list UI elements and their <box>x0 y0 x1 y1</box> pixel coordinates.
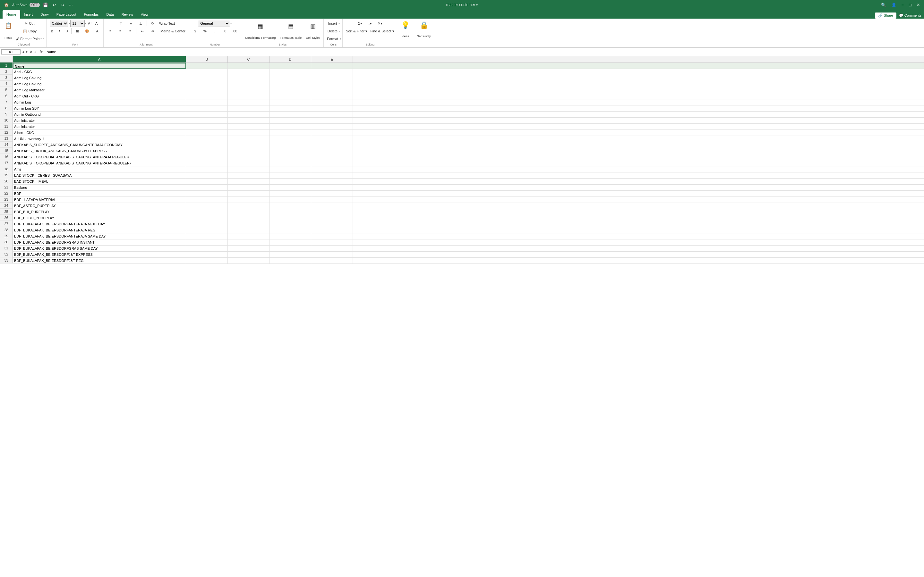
cell-r23-cB[interactable] <box>186 197 228 203</box>
decrease-font-button[interactable]: A⁻ <box>94 20 101 27</box>
cut-button[interactable]: ✂ Cut <box>15 20 45 27</box>
cell-r1-cA[interactable]: Name <box>13 63 186 69</box>
cell-r32-cE[interactable] <box>311 251 353 258</box>
cell-r33-cB[interactable] <box>186 258 228 263</box>
cell-r11-cE[interactable] <box>311 124 353 129</box>
cell-reference-input[interactable] <box>1 49 21 55</box>
cell-r30-cD[interactable] <box>270 239 311 245</box>
cell-r16-cE[interactable] <box>311 154 353 160</box>
tab-insert[interactable]: Insert <box>20 10 37 19</box>
clear-button[interactable]: ✕▾ <box>375 20 384 27</box>
cell-r9-cA[interactable]: Admin Outbound <box>13 111 186 117</box>
cell-r15-cE[interactable] <box>311 148 353 154</box>
customize-icon[interactable]: ⋯ <box>67 2 74 8</box>
decrease-decimal-button[interactable]: .0 <box>220 27 230 35</box>
cell-r3-cE[interactable] <box>311 75 353 81</box>
cell-r26-cA[interactable]: BDF_BLIBLI_PUREPLAY <box>13 215 186 221</box>
sensitivity-button[interactable]: 🔒 Sensitivity <box>415 20 433 39</box>
cell-r14-cC[interactable] <box>228 142 270 148</box>
cell-r31-cC[interactable] <box>228 245 270 251</box>
align-top-button[interactable]: ⊤ <box>116 20 126 27</box>
format-button[interactable]: Format <box>326 35 339 42</box>
cell-r4-cD[interactable] <box>270 81 311 87</box>
cell-r26-cB[interactable] <box>186 215 228 221</box>
fill-button[interactable]: ↓▾ <box>365 20 375 27</box>
row-number-7[interactable]: 7 <box>0 99 13 105</box>
cell-r13-cC[interactable] <box>228 136 270 142</box>
row-number-3[interactable]: 3 <box>0 75 13 81</box>
cell-r16-cB[interactable] <box>186 154 228 160</box>
cell-r9-cC[interactable] <box>228 111 270 117</box>
cell-r22-cA[interactable]: BDF <box>13 191 186 197</box>
cell-r24-cD[interactable] <box>270 203 311 209</box>
user-icon[interactable]: 👤 <box>890 2 898 8</box>
col-header-C[interactable]: C <box>228 56 270 63</box>
cell-r17-cD[interactable] <box>270 160 311 166</box>
row-number-30[interactable]: 30 <box>0 239 13 245</box>
cell-r1-cC[interactable] <box>228 63 270 69</box>
cell-r2-cA[interactable]: Abdi - CKG <box>13 69 186 75</box>
format-as-table-button[interactable]: ▤ Format as Table <box>278 21 304 41</box>
number-format-selector[interactable]: General <box>198 20 230 27</box>
cell-r17-cE[interactable] <box>311 160 353 166</box>
cell-r26-cD[interactable] <box>270 215 311 221</box>
cell-styles-button[interactable]: ▥ Cell Styles <box>304 21 322 41</box>
align-left-button[interactable]: ≡ <box>105 27 115 35</box>
increase-indent-button[interactable]: ⇥ <box>147 27 157 35</box>
formula-input[interactable] <box>45 49 923 55</box>
row-number-31[interactable]: 31 <box>0 245 13 251</box>
row-number-25[interactable]: 25 <box>0 209 13 215</box>
tab-page-layout[interactable]: Page Layout <box>53 10 80 19</box>
merge-center-button[interactable]: Merge & Center <box>159 27 187 35</box>
cell-r21-cB[interactable] <box>186 185 228 190</box>
cell-r20-cA[interactable]: BAD STOCK - IMEAL <box>13 179 186 184</box>
row-number-28[interactable]: 28 <box>0 227 13 233</box>
cell-r31-cE[interactable] <box>311 245 353 251</box>
cell-r20-cC[interactable] <box>228 179 270 184</box>
cell-r8-cD[interactable] <box>270 105 311 111</box>
cell-r10-cE[interactable] <box>311 118 353 123</box>
cell-r32-cD[interactable] <box>270 251 311 258</box>
cell-r14-cE[interactable] <box>311 142 353 148</box>
cell-r23-cC[interactable] <box>228 197 270 203</box>
cell-r31-cA[interactable]: BDF_BUKALAPAK_BEIERSDORFGRAB SAME DAY <box>13 245 186 251</box>
cell-r6-cB[interactable] <box>186 93 228 99</box>
cell-r8-cA[interactable]: Admin Log SBY <box>13 105 186 111</box>
home-icon[interactable]: 🏠 <box>3 2 10 8</box>
cell-r19-cC[interactable] <box>228 172 270 178</box>
cell-r11-cC[interactable] <box>228 124 270 129</box>
percent-button[interactable]: % <box>200 27 210 35</box>
cell-r25-cE[interactable] <box>311 209 353 215</box>
cell-r3-cB[interactable] <box>186 75 228 81</box>
cell-r6-cC[interactable] <box>228 93 270 99</box>
cell-r31-cD[interactable] <box>270 245 311 251</box>
cell-r18-cB[interactable] <box>186 166 228 172</box>
cell-r11-cB[interactable] <box>186 124 228 129</box>
select-all-corner[interactable] <box>0 56 13 63</box>
cell-r14-cD[interactable] <box>270 142 311 148</box>
cell-r12-cB[interactable] <box>186 130 228 135</box>
increase-decimal-button[interactable]: .00 <box>230 27 240 35</box>
decrease-indent-button[interactable]: ⇤ <box>137 27 147 35</box>
increase-font-button[interactable]: A⁺ <box>87 20 94 27</box>
cell-r8-cC[interactable] <box>228 105 270 111</box>
row-number-8[interactable]: 8 <box>0 105 13 111</box>
cell-r18-cA[interactable]: Arris <box>13 166 186 172</box>
cell-r13-cA[interactable]: ALUN - Inventory 1 <box>13 136 186 142</box>
col-header-E[interactable]: E <box>311 56 353 63</box>
cell-r28-cD[interactable] <box>270 227 311 233</box>
copy-button[interactable]: 📋 Copy <box>15 27 45 35</box>
cancel-formula-icon[interactable]: ✕ <box>29 50 33 54</box>
cell-r27-cD[interactable] <box>270 221 311 227</box>
align-middle-button[interactable]: ≡ <box>126 20 136 27</box>
insert-button[interactable]: Insert <box>327 20 338 27</box>
confirm-formula-icon[interactable]: ✓ <box>34 50 37 54</box>
cell-r20-cD[interactable] <box>270 179 311 184</box>
cell-r6-cE[interactable] <box>311 93 353 99</box>
conditional-formatting-button[interactable]: ▦ Conditional Formatting <box>243 21 278 41</box>
cell-r13-cD[interactable] <box>270 136 311 142</box>
cell-r14-cB[interactable] <box>186 142 228 148</box>
cell-r6-cA[interactable]: Adm Out - CKG <box>13 93 186 99</box>
cell-r10-cB[interactable] <box>186 118 228 123</box>
cell-r25-cD[interactable] <box>270 209 311 215</box>
